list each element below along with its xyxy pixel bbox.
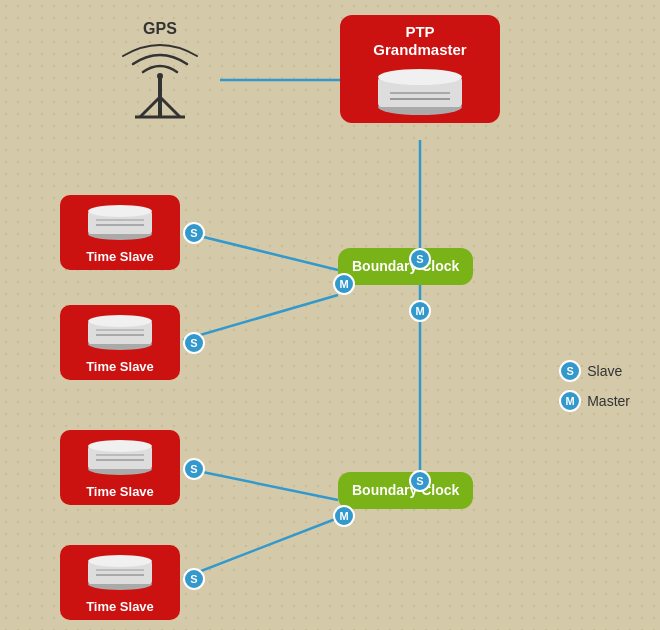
grandmaster-box: PTPGrandmaster (340, 15, 500, 123)
boundary-clock-label-1: Boundary Clock (352, 258, 459, 275)
legend-slave: S Slave (559, 360, 630, 382)
boundary-1-s-badge: S (409, 248, 431, 270)
slave-device-icon-2 (80, 311, 160, 351)
slave-device-icon-4 (80, 551, 160, 591)
slave-1-s-badge: S (183, 222, 205, 244)
svg-point-35 (88, 555, 152, 567)
svg-point-12 (157, 73, 163, 79)
svg-line-9 (140, 97, 160, 117)
gps-label: GPS (100, 20, 220, 38)
boundary-clock-2: Boundary Clock (338, 472, 473, 509)
svg-line-10 (160, 97, 180, 117)
slave-box-1: Time Slave (60, 195, 180, 270)
boundary-clock-label-2: Boundary Clock (352, 482, 459, 499)
grandmaster-label: PTPGrandmaster (354, 23, 486, 59)
legend-slave-label: Slave (587, 363, 622, 379)
svg-point-20 (88, 205, 152, 217)
svg-point-30 (88, 440, 152, 452)
slave-label-4: Time Slave (70, 599, 170, 614)
svg-line-5 (183, 295, 338, 340)
slave-box-3: Time Slave (60, 430, 180, 505)
svg-point-15 (378, 69, 462, 85)
boundary-clock-1: Boundary Clock (338, 248, 473, 285)
slave-label-2: Time Slave (70, 359, 170, 374)
slave-label-3: Time Slave (70, 484, 170, 499)
slave-device-icon-3 (80, 436, 160, 476)
slave-3-s-badge: S (183, 458, 205, 480)
slave-label-1: Time Slave (70, 249, 170, 264)
slave-device-icon-1 (80, 201, 160, 241)
gps-section: GPS (100, 20, 220, 122)
slave-box-4: Time Slave (60, 545, 180, 620)
svg-line-4 (183, 232, 338, 270)
antenna-icon (115, 42, 205, 122)
legend-m-badge: M (559, 390, 581, 412)
svg-line-7 (183, 518, 338, 578)
legend: S Slave M Master (559, 360, 630, 420)
boundary-2-m-badge: M (333, 505, 355, 527)
boundary-1-m2-badge: M (409, 300, 431, 322)
slave-box-2: Time Slave (60, 305, 180, 380)
svg-line-6 (183, 468, 338, 500)
legend-master-label: Master (587, 393, 630, 409)
svg-point-25 (88, 315, 152, 327)
boundary-2-s-badge: S (409, 470, 431, 492)
grandmaster-device-icon (370, 65, 470, 115)
legend-s-badge: S (559, 360, 581, 382)
boundary-1-m-badge: M (333, 273, 355, 295)
slave-2-s-badge: S (183, 332, 205, 354)
slave-4-s-badge: S (183, 568, 205, 590)
legend-master: M Master (559, 390, 630, 412)
